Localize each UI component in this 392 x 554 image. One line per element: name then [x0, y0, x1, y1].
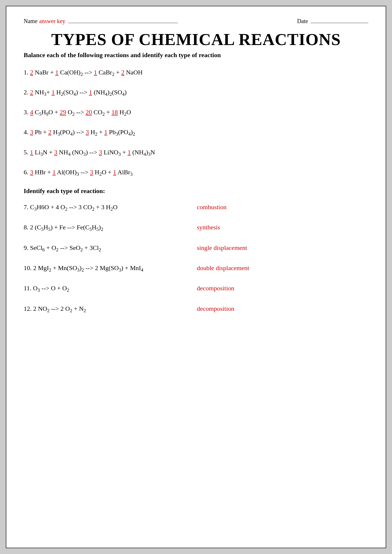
equation-7: 7. C3H6O + 4 O2 --> 3 CO2 + 3 H2O: [24, 203, 185, 212]
identify-reaction-10: 10. 2 MgI2 + Mn(SO3)2 --> 2 Mg(SO3) + Mn…: [24, 264, 368, 273]
answer-key-text: answer key: [39, 18, 66, 25]
reaction-1: 1. 2 NaBr + 1 Ca(OH)2 --> 1 CaBr2 + 2 Na…: [24, 68, 368, 78]
reaction-3: 3. 4 C5H9O + 29 O2 --> 20 CO2 + 18 H2O: [24, 107, 368, 118]
identify-header: Identify each type of reaction:: [24, 187, 368, 195]
reaction-type-8: synthesis: [197, 224, 220, 231]
reaction-4: 4. 3 Pb + 2 H3(PO4) --> 3 H2 + 1 Pb3(PO4…: [24, 127, 368, 138]
identify-reaction-8: 8. 2 (C5H5) + Fe --> Fe(C5H5)2 synthesis: [24, 224, 368, 232]
name-section: Name answer key: [24, 18, 178, 25]
equation-8: 8. 2 (C5H5) + Fe --> Fe(C5H5)2: [24, 224, 185, 232]
reaction-type-11: decomposition: [197, 285, 234, 292]
name-underline: [68, 23, 178, 23]
page: Name answer key Date TYPES OF CHEMICAL R…: [6, 6, 386, 548]
equation-11: 11. O3 --> O + O2: [24, 285, 185, 293]
identify-reaction-12: 12. 2 NO2 --> 2 O2 + N2 decomposition: [24, 305, 368, 314]
subtitle: Balance each of the following reactions …: [24, 51, 368, 59]
identify-reaction-9: 9. SeCl6 + O2 --> SeO2 + 3Cl2 single dis…: [24, 244, 368, 253]
equation-9: 9. SeCl6 + O2 --> SeO2 + 3Cl2: [24, 244, 185, 253]
identify-reaction-11: 11. O3 --> O + O2 decomposition: [24, 285, 368, 293]
name-label: Name: [24, 18, 38, 25]
reaction-type-7: combustion: [197, 203, 227, 211]
date-underline: [311, 23, 368, 23]
equation-12: 12. 2 NO2 --> 2 O2 + N2: [24, 305, 185, 314]
reaction-5: 5. 1 Li3N + 3 NH4 (NO3) --> 3 LiNO3 + 1 …: [24, 147, 368, 158]
date-label: Date: [297, 18, 308, 24]
equation-10: 10. 2 MgI2 + Mn(SO3)2 --> 2 Mg(SO3) + Mn…: [24, 264, 185, 273]
reaction-type-12: decomposition: [197, 305, 234, 312]
reaction-2: 2. 2 NH3+ 1 H2(SO4) --> 1 (NH4)2(SO4): [24, 87, 368, 98]
main-title: TYPES OF CHEMICAL REACTIONS: [24, 30, 368, 49]
header: Name answer key Date: [24, 18, 368, 25]
date-section: Date: [297, 18, 368, 25]
reaction-type-9: single displacement: [197, 244, 247, 252]
identify-reaction-7: 7. C3H6O + 4 O2 --> 3 CO2 + 3 H2O combus…: [24, 203, 368, 212]
reaction-6: 6. 3 HBr + 1 Al(OH)3 --> 3 H2O + 1 AlBr3: [24, 167, 368, 178]
reaction-type-10: double displacement: [197, 264, 249, 272]
